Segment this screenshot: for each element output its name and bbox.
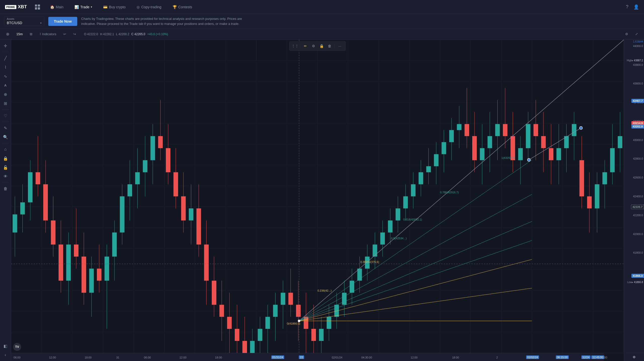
chevron-left-icon: ‹ xyxy=(5,353,6,357)
pattern-icon: ⊞ xyxy=(4,101,7,106)
nav-buy-crypto[interactable]: 💳 Buy crypto xyxy=(101,4,128,11)
ftb-more[interactable]: ··· xyxy=(336,42,343,50)
nav-main-label: Main xyxy=(56,5,63,9)
indicators-btn[interactable]: ⌇ Indicators xyxy=(37,31,58,37)
time-tick: 12:00 xyxy=(411,356,418,359)
nav-copy-trading-label: Copy-trading xyxy=(141,5,161,9)
fib-top-label: 1.618(44 xyxy=(633,40,643,43)
position-btn[interactable]: ⌂ xyxy=(2,145,10,153)
pattern-btn[interactable]: ⊞ xyxy=(2,99,10,107)
nav-buy-crypto-label: Buy crypto xyxy=(109,5,126,9)
nav-copy-trading[interactable]: ◎ Copy-trading xyxy=(135,4,163,11)
draw-icon: ✏ xyxy=(304,44,307,48)
ftb-delete[interactable]: 🗑 xyxy=(326,42,333,50)
trade-now-button[interactable]: Trade Now xyxy=(48,17,77,26)
help-icon[interactable]: ? xyxy=(626,4,628,10)
bottom-gear-icon: ⚙ xyxy=(633,355,636,359)
copy-icon: ◎ xyxy=(137,5,140,9)
nav-trade[interactable]: 📊 Trade ▾ xyxy=(72,4,94,11)
favorite-btn[interactable]: ♡ xyxy=(2,112,10,120)
main-area: ✛ ╱ ⌇ ∿ A ⊕ ⊞ ♡ ✎ 🔍 ⌂ 🔒 🔓 👁 🗑 ◧ ‹ ⋮⋮ ✏ ⚙… xyxy=(0,40,644,361)
tradingview-logo[interactable]: TV xyxy=(13,343,21,351)
lock-btn[interactable]: 🔒 xyxy=(2,154,10,162)
pencil-icon: ✎ xyxy=(4,126,7,130)
time-axis: 06:0012:0018:003106:0012:0018:0001/31/24… xyxy=(11,353,604,361)
price-axis: 44000.043800.043600.043400.043200.043000… xyxy=(624,40,644,361)
horizontal-line-icon: ⌇ xyxy=(5,65,7,70)
price-badge: 43202.8 xyxy=(631,124,644,128)
grid-icon[interactable] xyxy=(35,5,40,10)
logo-xbt: XBT xyxy=(18,4,27,10)
fibonacci-btn[interactable]: ⊕ xyxy=(2,90,10,98)
delete-btn[interactable]: 🗑 xyxy=(2,185,10,193)
expand-btn[interactable]: ‹ xyxy=(2,351,10,359)
indicators-label: Indicators xyxy=(42,32,56,36)
chart-icon: 📊 xyxy=(74,5,79,9)
indicators-icon: ⌇ xyxy=(39,32,41,36)
crosshair-tool-btn[interactable]: ✛ xyxy=(2,42,10,50)
tool-separator-2 xyxy=(2,109,9,110)
ftb-drag[interactable]: ⋮⋮ xyxy=(292,42,299,50)
secondary-toolbar: Assets BTC/USD ▾ Trade Now Charts by Tra… xyxy=(0,14,644,29)
lock2-btn[interactable]: 🔓 xyxy=(2,163,10,171)
time-tick: 06:00 xyxy=(14,356,21,359)
time-tick: 04:30:00 xyxy=(361,356,372,359)
ftb-settings[interactable]: ⚙ xyxy=(310,42,317,50)
ftb-sep1 xyxy=(300,43,300,49)
price-tick: 42000.0 xyxy=(633,233,643,236)
pencil-btn[interactable]: ✎ xyxy=(2,124,10,132)
logo-prime: PRIME xyxy=(5,5,16,9)
asset-value: BTC/USD xyxy=(7,21,22,25)
bottom-settings-icon[interactable]: ⚙ xyxy=(624,353,644,361)
trend-line-icon: ╱ xyxy=(4,56,7,61)
fullscreen-btn[interactable]: ⤢ xyxy=(633,31,640,37)
tool-separator-5 xyxy=(2,183,9,183)
time-tick: 06:00 xyxy=(144,356,151,359)
add-indicator-btn[interactable]: ⊕ xyxy=(4,31,11,37)
heart-icon: ♡ xyxy=(4,113,7,118)
card-icon: 💳 xyxy=(103,5,107,9)
logo[interactable]: PRIME XBT xyxy=(5,4,27,10)
lock-icon: 🔒 xyxy=(3,156,8,161)
fullscreen-icon: ⤢ xyxy=(635,32,638,36)
trend-line-btn[interactable]: ╱ xyxy=(2,54,10,62)
undo-btn[interactable]: ↩ xyxy=(61,31,68,37)
price-tick: 42200.0 xyxy=(633,214,643,217)
ftb-lock-icon: 🔒 xyxy=(319,44,324,48)
chart-area[interactable]: ⋮⋮ ✏ ⚙ 🔒 🗑 ··· TV 06:0012:0018:003106:00… xyxy=(11,40,624,361)
asset-select-dropdown[interactable]: BTC/USD ▾ xyxy=(7,21,42,25)
text-btn[interactable]: A xyxy=(2,81,10,89)
tool-separator-3 xyxy=(2,122,9,122)
wave-btn[interactable]: ∿ xyxy=(2,72,10,80)
nav-contests[interactable]: 🏆 Contests xyxy=(171,4,194,11)
bar-type-btn[interactable]: ⊞ xyxy=(28,31,34,37)
crosshair-icon: ✛ xyxy=(4,43,7,48)
asset-selector[interactable]: Assets BTC/USD ▾ xyxy=(4,16,44,26)
asset-label: Assets xyxy=(7,18,42,20)
price-tick: 43800.0 xyxy=(633,63,643,66)
lock2-icon: 🔓 xyxy=(3,165,8,170)
timeframe-btn[interactable]: 15m xyxy=(14,31,25,37)
zoom-icon: 🔍 xyxy=(3,135,8,140)
high-label: High▸ 43887.2 xyxy=(627,59,643,62)
panel-btn[interactable]: ◧ xyxy=(2,342,10,350)
nav-trade-label: Trade xyxy=(80,5,89,9)
ftb-lock[interactable]: 🔒 xyxy=(318,42,325,50)
time-tick: 2 xyxy=(496,356,498,359)
drag-icon: ⋮⋮ xyxy=(292,44,299,48)
ohlc-low: L 42200.2 xyxy=(116,32,129,36)
redo-btn[interactable]: ↪ xyxy=(71,31,78,37)
zoom-btn[interactable]: 🔍 xyxy=(2,133,10,141)
price-tick: 42600.0 xyxy=(633,176,643,179)
ftb-draw[interactable]: ✏ xyxy=(302,42,309,50)
top-nav: PRIME XBT 🏠 Main 📊 Trade ▾ 💳 Buy crypto … xyxy=(0,0,644,14)
settings-icon-btn[interactable]: ⚙ xyxy=(623,31,630,37)
visibility-btn[interactable]: 👁 xyxy=(2,172,10,180)
nav-main[interactable]: 🏠 Main xyxy=(48,4,65,11)
ohlc-open: O 42222.0 xyxy=(84,32,98,36)
horizontal-line-btn[interactable]: ⌇ xyxy=(2,63,10,71)
profile-icon[interactable]: 👤 xyxy=(633,4,639,10)
price-badge: 43467.7 xyxy=(631,99,644,103)
panel-icon: ◧ xyxy=(4,344,7,348)
nav-items: 🏠 Main 📊 Trade ▾ 💳 Buy crypto ◎ Copy-tra… xyxy=(48,4,618,11)
